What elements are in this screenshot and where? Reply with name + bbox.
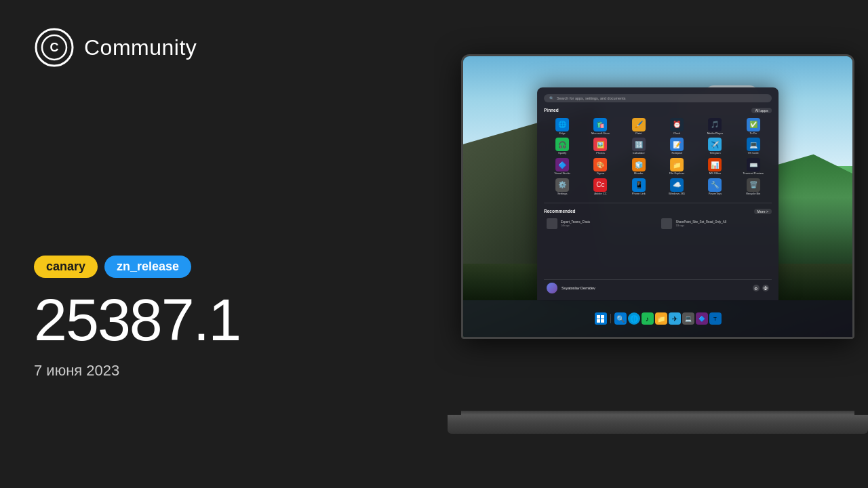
- todo-icon: ✅: [747, 118, 760, 131]
- settings-icon: ⚙️: [555, 178, 569, 192]
- search-icon: 🔍: [549, 96, 554, 100]
- adobecc-icon: Cc: [594, 178, 608, 192]
- rec-item-1: Export_Teams_Chats 14h ago: [544, 216, 656, 231]
- figma-icon: 🎨: [594, 158, 608, 171]
- app-spotify: 🎧 Spotify: [544, 138, 580, 155]
- taskbar-vs[interactable]: 💻: [682, 312, 694, 325]
- all-apps-link[interactable]: All apps: [751, 108, 771, 113]
- screen-content: 🔍 Search for apps, settings, and documen…: [463, 56, 852, 337]
- pinned-header: Pinned All apps: [544, 108, 772, 113]
- taskbar-edge[interactable]: 🌐: [628, 312, 640, 325]
- svg-text:C: C: [50, 41, 59, 54]
- taskbar-telegram[interactable]: ✈: [669, 312, 681, 325]
- recycle-icon: 🗑️: [747, 178, 760, 192]
- taskbar-explorer[interactable]: 📁: [655, 312, 667, 325]
- app-photos: 🖼️ Photos: [582, 138, 618, 155]
- divider: [544, 203, 772, 203]
- logo-area: C Community: [34, 27, 400, 68]
- app-vscode: 💻 VS Code: [735, 138, 772, 155]
- app-settings: ⚙️ Settings: [544, 178, 580, 196]
- content-area: canary zn_release 25387.1 7 июня 2023: [34, 256, 400, 461]
- rec-item-2: SharePoint_Site_Set_Read_Only_All 13h ag…: [659, 216, 772, 231]
- app-todo: ✅ To Do: [735, 118, 772, 136]
- app-notepad: 📝 Notepad: [658, 138, 695, 155]
- pinned-grid: 🌐 Edge 🛍️ Microsoft Store 🖌️ Paint: [544, 118, 772, 196]
- start-button[interactable]: [595, 312, 607, 325]
- recommended-section: Recommended More > Export_Teams_Chats 14…: [544, 207, 772, 275]
- user-avatar: [547, 283, 557, 293]
- rec-text-2: SharePoint_Site_Set_Read_Only_All 13h ag…: [676, 220, 726, 227]
- app-paint: 🖌️ Paint: [620, 118, 657, 136]
- rec-time-1: 14h ago: [561, 224, 590, 227]
- taskbar-vsstudio[interactable]: 🔷: [696, 312, 708, 325]
- app-powertoys: 🔧 PowerToys: [696, 178, 733, 196]
- vstudio-icon: 🔷: [555, 158, 569, 171]
- app-figma: 🎨 Figma: [582, 158, 618, 176]
- w365-icon: ☁️: [670, 178, 684, 192]
- phonelink-icon: 📱: [632, 178, 646, 192]
- version-number: 25387.1: [34, 290, 400, 350]
- laptop-base: [448, 415, 868, 434]
- app-mediaplayer: 🎵 Media Player: [696, 118, 733, 136]
- app-clock: ⏰ Clock: [658, 118, 695, 136]
- app-adobecc: Cc Adobe CC: [582, 178, 618, 196]
- taskbar-search[interactable]: 🔍: [614, 312, 627, 325]
- power-icon[interactable]: ⏻: [762, 285, 769, 291]
- paint-icon: 🖌️: [632, 118, 646, 131]
- store-icon: 🛍️: [594, 118, 608, 131]
- right-panel: 🔍 Search for apps, settings, and documen…: [434, 0, 868, 488]
- brand-name: Community: [84, 35, 197, 60]
- spotify-icon: 🎧: [555, 138, 569, 151]
- explorer-icon: 📁: [670, 158, 684, 171]
- app-calc: 🔢 Calculator: [620, 138, 657, 155]
- app-msoffice: 📊 MS Office: [696, 158, 733, 176]
- laptop-screen: 🔍 Search for apps, settings, and documen…: [461, 54, 854, 339]
- taskbar: 🔍 🌐 ♪ 📁 ✈ 💻 🔷 T: [463, 300, 852, 337]
- msoffice-icon: 📊: [708, 158, 722, 171]
- powertoys-icon: 🔧: [708, 178, 722, 192]
- taskbar-sep: [610, 314, 611, 323]
- release-date: 7 июня 2023: [34, 362, 400, 380]
- rec-time-2: 13h ago: [676, 224, 726, 227]
- photos-icon: 🖼️: [594, 138, 608, 151]
- clock-icon: ⏰: [670, 118, 684, 131]
- vscode-icon: 💻: [747, 138, 760, 151]
- user-bar: Svyatoslav Demidev ⚙ ⏻: [544, 279, 772, 295]
- start-search: 🔍 Search for apps, settings, and documen…: [544, 94, 772, 102]
- recommended-label: Recommended: [544, 209, 576, 214]
- calc-icon: 🔢: [632, 138, 646, 151]
- recommended-items: Export_Teams_Chats 14h ago SharePoint_Si…: [544, 216, 772, 231]
- taskbar-spotify[interactable]: ♪: [642, 312, 654, 325]
- app-blender: 🧊 Blender: [620, 158, 657, 176]
- badge-release: zn_release: [104, 256, 191, 278]
- user-actions: ⚙ ⏻: [753, 285, 769, 291]
- taskbar-teams[interactable]: T: [709, 312, 722, 325]
- user-name: Svyatoslav Demidev: [561, 286, 749, 290]
- left-panel: C Community canary zn_release 25387.1 7 …: [0, 0, 434, 488]
- badge-canary: canary: [34, 256, 98, 278]
- app-store: 🛍️ Microsoft Store: [582, 118, 618, 136]
- app-explorer: 📁 File Explorer: [658, 158, 695, 176]
- more-link[interactable]: More >: [754, 209, 772, 214]
- telegram-icon: ✈️: [708, 138, 722, 151]
- rec-icon-2: [662, 218, 673, 229]
- edge-icon: 🌐: [555, 118, 569, 131]
- app-w365: ☁️ Windows 365: [658, 178, 695, 196]
- blender-icon: 🧊: [632, 158, 646, 171]
- app-terminal: ⌨️ Terminal Preview: [735, 158, 772, 176]
- app-vstudio: 🔷 Visual Studio: [544, 158, 580, 176]
- badges-row: canary zn_release: [34, 256, 400, 278]
- taskbar-icons: 🔍 🌐 ♪ 📁 ✈ 💻 🔷 T: [595, 312, 722, 325]
- app-telegram: ✈️ Telegram: [696, 138, 733, 155]
- rec-text-1: Export_Teams_Chats 14h ago: [561, 220, 590, 227]
- app-edge: 🌐 Edge: [544, 118, 580, 136]
- terminal-icon: ⌨️: [747, 158, 760, 171]
- start-menu: 🔍 Search for apps, settings, and documen…: [537, 87, 778, 301]
- notepad-icon: 📝: [670, 138, 684, 151]
- mediaplayer-icon: 🎵: [708, 118, 722, 131]
- search-placeholder: Search for apps, settings, and documents: [557, 96, 626, 100]
- rec-icon-1: [547, 218, 557, 229]
- settings-user-icon[interactable]: ⚙: [753, 285, 760, 291]
- laptop-mockup: 🔍 Search for apps, settings, and documen…: [461, 54, 868, 434]
- win11-desktop: 🔍 Search for apps, settings, and documen…: [463, 56, 852, 337]
